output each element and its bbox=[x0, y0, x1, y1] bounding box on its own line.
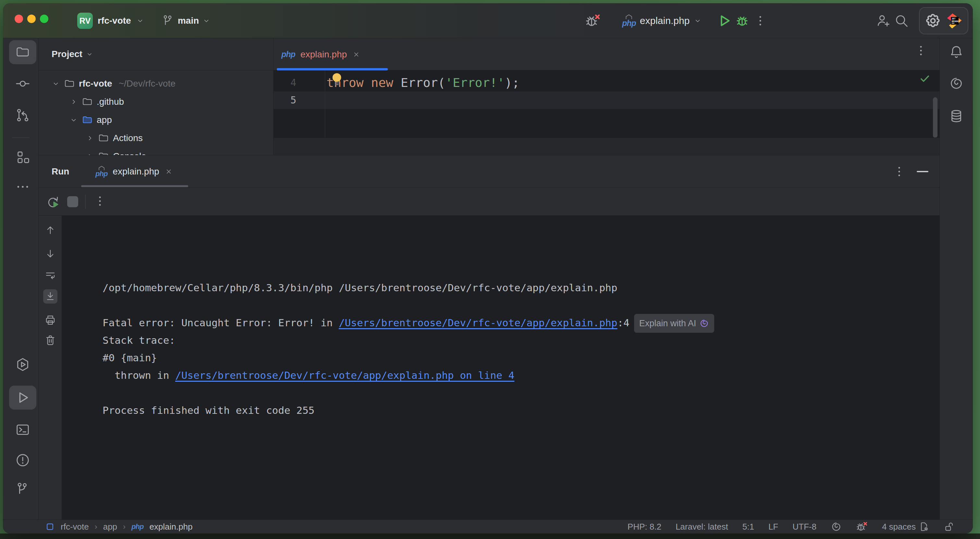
stop-button[interactable] bbox=[67, 196, 78, 207]
close-icon[interactable] bbox=[164, 167, 173, 176]
search-everywhere-button[interactable] bbox=[892, 10, 910, 31]
breadcrumb-file[interactable]: explain.php bbox=[149, 522, 192, 532]
tree-row-console[interactable]: Console bbox=[86, 147, 146, 155]
tool-version-control-button[interactable] bbox=[9, 477, 37, 501]
editor-bottom-strip bbox=[274, 138, 939, 155]
tool-ai-assistant-button[interactable] bbox=[943, 71, 970, 95]
tree-row-app[interactable]: app bbox=[70, 111, 112, 129]
print-button[interactable] bbox=[43, 313, 57, 327]
project-name[interactable]: rfc-vote bbox=[98, 16, 131, 26]
console-gutter bbox=[39, 216, 62, 520]
kebab-menu-icon bbox=[754, 14, 767, 27]
svg-text:JET: JET bbox=[952, 17, 956, 20]
phpstorm-logo[interactable]: JET BRAINS bbox=[946, 12, 963, 29]
tool-run-button[interactable] bbox=[9, 385, 37, 410]
tool-database-button[interactable] bbox=[943, 104, 970, 128]
line-number-4[interactable]: 4 bbox=[274, 74, 296, 92]
close-window-button[interactable] bbox=[14, 14, 23, 23]
run-button[interactable] bbox=[715, 10, 733, 31]
rerun-button[interactable] bbox=[46, 195, 60, 209]
tool-terminal-button[interactable] bbox=[9, 418, 37, 442]
indent-widget[interactable]: 4 spaces bbox=[882, 521, 929, 532]
editor-scrollbar[interactable] bbox=[933, 97, 937, 138]
run-tab-explain-php[interactable]: php explain.php bbox=[89, 155, 180, 188]
tree-label: .github bbox=[97, 97, 124, 107]
readonly-toggle-button[interactable] bbox=[943, 521, 955, 532]
scroll-to-end-button[interactable] bbox=[43, 289, 57, 304]
tool-problems-button[interactable] bbox=[9, 448, 37, 472]
tool-project-button[interactable] bbox=[9, 40, 37, 64]
run-panel-title[interactable]: Run bbox=[52, 155, 69, 188]
editor-tab-explain-php[interactable]: php explain.php bbox=[277, 38, 388, 70]
console-more-options-button[interactable] bbox=[94, 195, 107, 209]
services-icon bbox=[15, 357, 30, 372]
hide-tool-window-button[interactable] bbox=[917, 171, 928, 172]
debug-listener-status-button[interactable] bbox=[856, 521, 868, 533]
minimize-window-button[interactable] bbox=[27, 14, 36, 23]
run-panel-toolbar bbox=[39, 188, 939, 216]
zoom-window-button[interactable] bbox=[40, 14, 48, 23]
chevron-down-icon[interactable] bbox=[136, 17, 145, 25]
chevron-right-icon[interactable] bbox=[86, 134, 94, 143]
run-panel-header: Run php explain.php bbox=[39, 155, 939, 188]
php-run-config-icon: php bbox=[95, 166, 107, 178]
line-number-5[interactable]: 5 bbox=[274, 92, 296, 109]
editor-tab-options-button[interactable] bbox=[915, 44, 928, 59]
kebab-menu-icon bbox=[915, 44, 928, 57]
lock-open-icon bbox=[943, 521, 955, 532]
ai-assistant-status-button[interactable] bbox=[831, 521, 842, 532]
breadcrumb-project[interactable]: rfc-vote bbox=[61, 522, 89, 532]
intention-lightbulb-icon[interactable] bbox=[330, 71, 343, 87]
folder-icon-blue bbox=[82, 114, 93, 125]
close-icon[interactable] bbox=[352, 50, 361, 59]
console-file-link[interactable]: /Users/brentroose/Dev/rfc-vote/app/expla… bbox=[339, 317, 617, 328]
chevron-right-icon[interactable] bbox=[86, 152, 94, 155]
chevron-down-icon[interactable] bbox=[52, 79, 60, 88]
tree-row-actions[interactable]: Actions bbox=[86, 129, 143, 147]
tool-pull-requests-button[interactable] bbox=[9, 103, 37, 127]
more-actions-button[interactable] bbox=[751, 10, 769, 31]
active-tab-indicator bbox=[277, 68, 388, 70]
kebab-menu-icon bbox=[94, 195, 107, 208]
clear-console-button[interactable] bbox=[43, 333, 57, 347]
console-up-button[interactable] bbox=[43, 223, 57, 238]
toolbar-divider bbox=[85, 195, 86, 209]
indent-label: 4 spaces bbox=[882, 522, 916, 532]
project-panel-title[interactable]: Project bbox=[52, 49, 83, 59]
code-with-me-button[interactable] bbox=[874, 10, 892, 31]
encoding-widget[interactable]: UTF-8 bbox=[792, 522, 816, 532]
explain-with-ai-badge[interactable]: Explain with AI bbox=[634, 314, 714, 333]
tool-structure-button[interactable] bbox=[9, 145, 37, 169]
tool-commit-button[interactable] bbox=[9, 72, 37, 96]
code-line-4[interactable]: throw new Error('Error!'); bbox=[326, 74, 520, 92]
laravel-widget[interactable]: Laravel: latest bbox=[676, 522, 728, 532]
project-badge[interactable]: RV bbox=[77, 13, 93, 29]
branch-widget[interactable]: main bbox=[162, 14, 211, 27]
mute-debug-listener-button[interactable] bbox=[584, 10, 602, 31]
chevron-down-icon[interactable] bbox=[86, 50, 94, 58]
console-file-link[interactable]: /Users/brentroose/Dev/rfc-vote/app/expla… bbox=[175, 369, 514, 381]
code-token: 'Error!' bbox=[445, 76, 504, 90]
run-configuration-selector[interactable]: php explain.php bbox=[622, 14, 702, 27]
php-file-icon: php bbox=[131, 522, 143, 531]
tree-row-github[interactable]: .github bbox=[70, 93, 124, 111]
tool-notifications-button[interactable] bbox=[943, 40, 970, 64]
chevron-down-icon[interactable] bbox=[70, 116, 78, 124]
tool-services-button[interactable] bbox=[9, 352, 37, 377]
run-panel-options-button[interactable] bbox=[893, 165, 906, 179]
tree-row-rfc-vote[interactable]: rfc-vote ~/Dev/rfc-vote bbox=[52, 75, 175, 93]
chevron-right-icon[interactable] bbox=[70, 98, 78, 106]
console-down-button[interactable] bbox=[43, 246, 57, 261]
breadcrumb-folder[interactable]: app bbox=[103, 522, 117, 532]
editor-tab-label: explain.php bbox=[301, 49, 347, 60]
settings-button[interactable] bbox=[924, 12, 941, 29]
soft-wrap-button[interactable] bbox=[43, 268, 57, 282]
more-tool-windows-button[interactable] bbox=[9, 175, 37, 199]
debug-button[interactable] bbox=[733, 10, 751, 31]
line-ending-widget[interactable]: LF bbox=[768, 522, 778, 532]
caret-position-widget[interactable]: 5:1 bbox=[743, 522, 754, 532]
gutter-separator bbox=[325, 70, 325, 138]
php-version-widget[interactable]: PHP: 8.2 bbox=[628, 522, 661, 532]
bug-x-icon bbox=[585, 13, 601, 29]
inspections-ok-icon[interactable] bbox=[919, 72, 931, 84]
